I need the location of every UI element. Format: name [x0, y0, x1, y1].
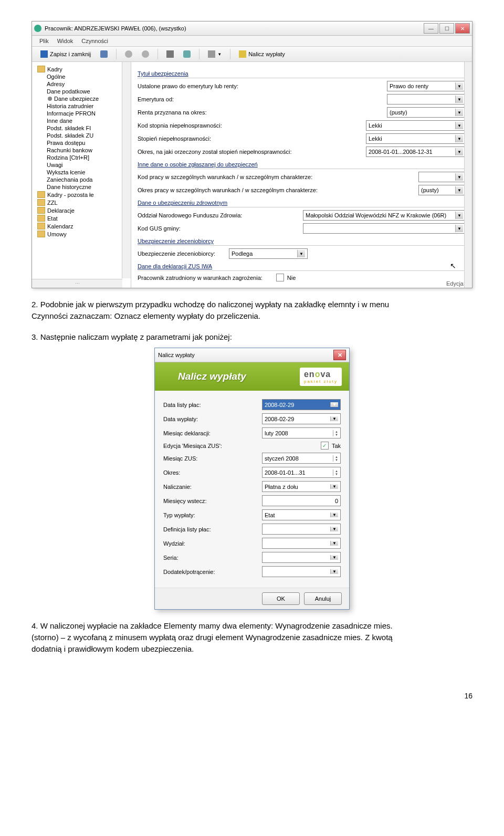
combo-disability-period[interactable]: 2008-01-01...2008-12-31▼	[366, 147, 466, 157]
ok-button[interactable]: OK	[262, 592, 300, 605]
tree-item[interactable]: Dane podatkowe	[47, 88, 129, 95]
folder-icon	[37, 215, 45, 222]
chevron-down-icon: ▼	[330, 402, 338, 407]
maximize-button[interactable]: ☐	[439, 23, 454, 34]
tree-item[interactable]: Inne dane	[47, 117, 129, 124]
tree-folder[interactable]: Umowy	[37, 230, 129, 238]
tree-folder[interactable]: Deklaracje	[37, 206, 129, 214]
spinner-icon: ▲▼	[333, 455, 338, 462]
arrow-left-icon	[125, 50, 132, 58]
combo-rent-period[interactable]: (pusty)▼	[387, 107, 466, 118]
group-health: Dane o ubezpieczeniu zdrowotnym	[138, 200, 466, 206]
dlg-addition[interactable]: ▼	[262, 566, 341, 577]
folder-icon	[37, 66, 45, 72]
dlg-edit-zus-month[interactable]: ✓Tak	[321, 442, 341, 450]
combo-retirement-from[interactable]: ▼	[387, 94, 466, 104]
folder-icon	[37, 231, 45, 237]
app-icon	[34, 25, 41, 32]
chevron-down-icon: ▼	[297, 250, 305, 257]
dialog-close-button[interactable]: ✕	[333, 350, 346, 360]
tools-button[interactable]	[163, 49, 177, 59]
dlg-date-list[interactable]: 2008-02-29▼	[262, 399, 341, 410]
dlg-months-back[interactable]: 0	[262, 495, 341, 506]
combo-disability-code[interactable]: Lekki▼	[366, 120, 466, 131]
dlg-period[interactable]: 2008-01-01...31▲▼	[262, 467, 341, 478]
minimize-button[interactable]: —	[424, 23, 438, 34]
checkbox-danger[interactable]	[276, 274, 284, 281]
cancel-button[interactable]: Anuluj	[304, 592, 342, 605]
tree-item[interactable]: Podst. składek FI	[47, 124, 129, 132]
menu-plik[interactable]: Plik	[39, 38, 49, 44]
folder-icon	[37, 223, 45, 229]
dlg-zus-month[interactable]: styczeń 2008▲▼	[262, 453, 341, 464]
save-button[interactable]	[97, 49, 111, 59]
tree-item[interactable]: Historia zatrudnier	[47, 102, 129, 110]
calc-pay-label: Nalicz wypłaty	[248, 51, 285, 57]
dialog-titlebar: Nalicz wypłaty ✕	[155, 348, 349, 362]
combo-nfz[interactable]: Małopolski Oddział Wojewódzki NFZ w Krak…	[303, 210, 466, 221]
calc-dialog: Nalicz wypłaty ✕ Nalicz wypłaty enova pa…	[154, 348, 350, 610]
tree-item[interactable]: Informacje PFRON	[47, 110, 129, 117]
nav-back-button[interactable]	[122, 49, 135, 59]
save-close-button[interactable]: Zapisz i zamknij	[37, 49, 94, 59]
close-button[interactable]: ✕	[455, 23, 470, 34]
chevron-down-icon: ▼	[330, 555, 338, 560]
expand-icon	[48, 97, 52, 101]
dlg-label-3: Miesiąc deklaracji:	[163, 430, 242, 436]
dlg-label-8: Miesięcy wstecz:	[163, 498, 242, 504]
label-gus: Kod GUS gminy:	[138, 225, 181, 232]
chevron-down-icon: ▼	[330, 541, 338, 546]
tree-folder[interactable]: Kalendarz	[37, 222, 129, 230]
combo-contractor-ins[interactable]: Podlega▼	[229, 248, 308, 259]
calc-pay-button[interactable]: Nalicz wypłaty	[236, 49, 288, 59]
tree-item[interactable]: Rodzina [Ctrl+R]	[47, 154, 129, 161]
tree-item[interactable]: Podst. składek ZU	[47, 132, 129, 139]
tree-item[interactable]: Adresy	[47, 80, 129, 88]
dlg-list-def[interactable]: ▼	[262, 524, 341, 535]
dlg-calc-mode[interactable]: Płatna z dołu▼	[262, 481, 341, 492]
dlg-dept[interactable]: ▼	[262, 538, 341, 549]
dlg-date-pay[interactable]: 2008-02-29▼	[262, 413, 341, 424]
print-button[interactable]: ▼	[205, 49, 225, 59]
dlg-label-7: Naliczanie:	[163, 484, 242, 490]
tree-folder[interactable]: ZZL	[37, 198, 129, 206]
tree-item[interactable]: Zaniechania poda	[47, 176, 129, 183]
menubar: Plik Widok Czynności	[32, 36, 472, 47]
tree-scrollbar-v[interactable]	[122, 62, 131, 278]
menu-czynnosci[interactable]: Czynności	[81, 38, 108, 44]
label-contractor-ins: Ubezpieczenie zleceniobiorcy:	[138, 250, 215, 257]
nav-tree[interactable]: Kadry Ogólne Adresy Dane podatkowe Dane …	[32, 62, 131, 288]
dlg-series[interactable]: ▼	[262, 552, 341, 563]
combo-special-work-period[interactable]: (pusty)▼	[418, 185, 466, 195]
paragraph-2: 2. Podobnie jak w pierwszym przypadku wc…	[32, 299, 410, 322]
chevron-down-icon: ▼	[455, 225, 463, 232]
label-retirement-from: Emerytura od:	[138, 96, 174, 102]
tree-scrollbar-h[interactable]: ⋯	[32, 279, 122, 288]
tree-item[interactable]: Wykszta łcenie	[47, 169, 129, 176]
combo-disability-degree[interactable]: Lekki▼	[366, 133, 466, 144]
tree-root[interactable]: Kadry	[37, 65, 129, 73]
combo-pension-right[interactable]: Prawo do renty▼	[387, 81, 466, 91]
dlg-label-5: Miesiąc ZUS:	[163, 455, 242, 462]
dlg-label-13: Dodatek/potrącenie:	[163, 569, 242, 575]
tree-item[interactable]: Rachunki bankow	[47, 147, 129, 154]
dlg-month-decl[interactable]: luty 2008▲▼	[262, 427, 341, 438]
dialog-banner-title: Nalicz wypłaty	[178, 371, 246, 382]
combo-gus[interactable]: ▼	[303, 223, 466, 234]
nav-fwd-button[interactable]	[139, 49, 152, 59]
tree-item[interactable]: Dane ubezpiecze	[47, 95, 129, 102]
tree-item[interactable]: Prawa dostępu	[47, 139, 129, 147]
db-icon	[183, 50, 191, 58]
folder-icon	[37, 199, 45, 206]
chevron-down-icon: ▼	[455, 212, 463, 219]
dlg-pay-type[interactable]: Etat▼	[262, 509, 341, 520]
menu-widok[interactable]: Widok	[57, 38, 74, 44]
combo-special-work-code[interactable]: ▼	[418, 172, 466, 182]
form-scrollbar[interactable]	[464, 62, 472, 288]
tree-item[interactable]: Ogólne	[47, 73, 129, 80]
tree-item[interactable]: Dane historyczne	[47, 183, 129, 191]
db-button[interactable]	[180, 49, 194, 59]
tree-folder[interactable]: Kadry - pozosta łe	[37, 191, 129, 198]
tree-item[interactable]: Uwagi	[47, 161, 129, 169]
tree-folder[interactable]: Etat	[37, 214, 129, 222]
